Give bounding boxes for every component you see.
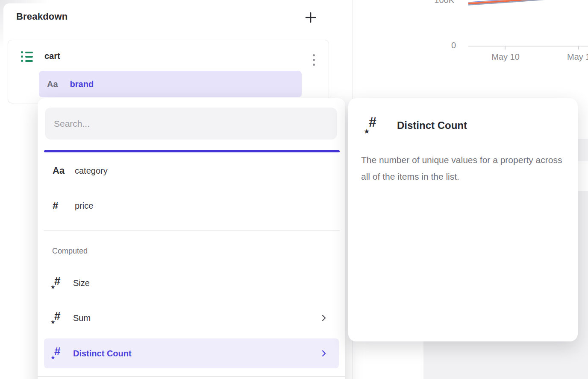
breakdown-section-title: Breakdown — [16, 11, 68, 22]
chevron-right-icon — [321, 314, 326, 322]
popover-title: Distinct Count — [397, 120, 467, 131]
dropdown-item-category[interactable]: Aa category — [44, 157, 339, 184]
plus-icon — [304, 11, 317, 24]
line-chart — [468, 0, 588, 55]
dropdown-item-distinct-count[interactable]: # ★ Distinct Count — [44, 338, 339, 368]
computed-number-icon: # ★ — [51, 345, 73, 362]
dropdown-item-label: Size — [73, 278, 90, 288]
dropdown-item-label: category — [75, 166, 108, 176]
dropdown-item-label: Sum — [73, 313, 91, 323]
selected-item-indicator — [44, 150, 340, 152]
breakdown-source-name: cart — [44, 51, 60, 61]
dropdown-item-label: price — [75, 201, 93, 211]
dropdown-item-price[interactable]: # price — [44, 192, 339, 219]
text-property-type-icon: Aa — [47, 79, 58, 89]
computed-number-icon: # ★ — [51, 274, 73, 292]
computed-number-icon: # ★ — [51, 309, 73, 327]
dropdown-item-size[interactable]: # ★ Size — [44, 270, 339, 296]
table-row-band — [577, 139, 588, 161]
add-breakdown-button[interactable] — [301, 8, 320, 27]
text-property-type-icon: Aa — [53, 165, 75, 176]
computed-section-heading: Computed — [52, 247, 88, 256]
kebab-icon — [313, 54, 315, 56]
search-box — [45, 108, 337, 140]
breakdown-source-row[interactable]: cart — [8, 45, 329, 68]
breakdown-card: cart Aa brand — [8, 40, 329, 103]
property-dropdown: Aa category # price Computed # ★ Size # … — [38, 98, 345, 379]
card-menu-button[interactable] — [307, 50, 320, 69]
section-divider — [44, 230, 340, 231]
selected-property-label: brand — [70, 79, 94, 89]
number-property-type-icon: # — [53, 200, 75, 212]
search-input[interactable] — [45, 108, 337, 140]
info-popover: # ★ Distinct Count The number of unique … — [348, 98, 578, 341]
selected-property-pill[interactable]: Aa brand — [39, 71, 302, 97]
popover-description: The number of unique values for a proper… — [361, 152, 567, 185]
computed-number-icon: # ★ — [365, 114, 388, 137]
list-property-icon — [21, 51, 33, 62]
dropdown-item-sum[interactable]: # ★ Sum — [44, 305, 339, 331]
app-screen: 100K 0 May 10 May 1 Breakdown cart — [0, 0, 588, 379]
y-axis-label-0: 0 — [430, 41, 456, 50]
chevron-right-icon — [321, 350, 326, 357]
y-axis-label-100k: 100K — [429, 0, 454, 5]
section-divider — [38, 376, 345, 377]
dropdown-item-label: Distinct Count — [73, 349, 132, 359]
